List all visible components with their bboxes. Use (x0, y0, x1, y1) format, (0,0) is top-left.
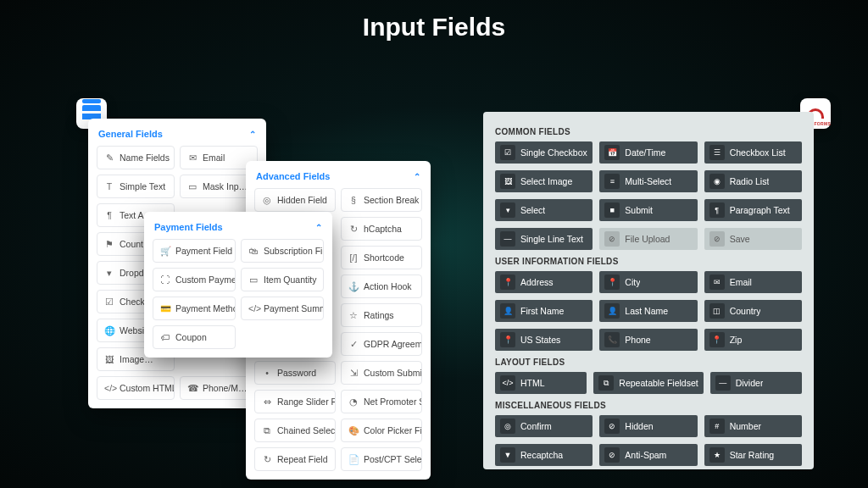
field-item[interactable]: ▭Item Quantity (241, 268, 324, 291)
field-item[interactable]: </>Payment Summa… (241, 297, 324, 320)
ninja-field-item[interactable]: ▼Recaptcha (495, 444, 593, 466)
field-label: Coupon (175, 332, 207, 342)
ninja-field-item[interactable]: ⧉Repeatable Fieldset (593, 372, 703, 394)
field-icon: ⊘ (604, 447, 620, 463)
field-icon: ⧉ (598, 375, 614, 391)
ninja-field-item[interactable]: ◉Radio List (704, 170, 802, 192)
field-item[interactable]: 🏷Coupon (153, 325, 236, 349)
field-label: City (625, 277, 640, 287)
ninja-field-item[interactable]: ☑Single Checkbox (495, 141, 593, 164)
chevron-up-icon: ⌃ (249, 130, 256, 139)
field-label: Range Slider Fie… (277, 396, 336, 407)
ninja-field-item[interactable]: ≡Multi-Select (599, 170, 697, 192)
ninja-field-item[interactable]: ⊘File Upload (599, 228, 697, 250)
ninja-field-item[interactable]: ☰Checkbox List (704, 141, 802, 164)
field-icon: ⊘ (709, 231, 725, 247)
field-item[interactable]: 💳Payment Metho… (153, 297, 236, 320)
ninja-field-item[interactable]: 🖼Select Image (495, 170, 593, 192)
ninja-field-item[interactable]: ⊘Hidden (599, 415, 697, 437)
field-label: Checkbox List (730, 147, 786, 158)
card-payment-fields: Payment Fields ⌃ 🛒Payment Field🛍Subscrip… (144, 212, 332, 358)
field-label: Last Name (625, 306, 668, 316)
field-icon: 🛒 (160, 246, 170, 257)
ninja-field-item[interactable]: ■Submit (599, 199, 697, 221)
field-item[interactable]: 📄Post/CPT Selecti… (341, 447, 422, 471)
field-item[interactable]: §Section Break (341, 188, 422, 212)
field-item[interactable]: ↻hCaptcha (341, 217, 422, 241)
field-label: Star Rating (730, 450, 775, 460)
field-item[interactable]: 🛍Subscription Field (241, 239, 324, 263)
ninja-misc-grid: ◎Confirm⊘Hidden#Number▼Recaptcha⊘Anti-Sp… (495, 415, 802, 466)
section-title-misc: MISCELLANEOUS FIELDS (495, 394, 802, 415)
ninja-field-item[interactable]: ★Star Rating (704, 444, 802, 466)
section-title-user: USER INFORMATION FIELDS (495, 250, 802, 271)
ninja-field-item[interactable]: 📍US States (495, 329, 593, 351)
field-item[interactable]: ⚓Action Hook (341, 274, 422, 298)
chevron-up-icon: ⌃ (315, 223, 322, 232)
field-item[interactable]: ↻Repeat Field (254, 447, 336, 471)
ninja-panel: COMMON FIELDS ☑Single Checkbox📅Date/Time… (483, 112, 814, 469)
field-item[interactable]: </>Custom HTML (97, 376, 175, 400)
field-item[interactable]: TSimple Text (97, 175, 175, 198)
field-item[interactable]: ◎Hidden Field (254, 188, 336, 212)
ninja-field-item[interactable]: —Single Line Text (495, 228, 593, 250)
ninja-field-item[interactable]: ¶Paragraph Text (704, 199, 802, 221)
field-icon: 👤 (500, 303, 515, 319)
field-icon: ◫ (709, 303, 725, 319)
field-icon: ✓ (348, 339, 359, 349)
field-icon: </> (248, 303, 259, 313)
ninja-common-grid: ☑Single Checkbox📅Date/Time☰Checkbox List… (495, 141, 802, 250)
ninja-field-item[interactable]: 👤Last Name (599, 300, 697, 322)
ninja-field-item[interactable]: 📍Address (495, 271, 593, 293)
field-icon: ↻ (262, 454, 272, 464)
field-item[interactable]: ⛶Custom Paymen… (153, 268, 236, 291)
card-header[interactable]: Advanced Fields ⌃ (254, 168, 422, 188)
field-label: Payment Metho… (175, 303, 236, 313)
ninja-field-item[interactable]: 📍Zip (704, 329, 802, 351)
field-icon: 📅 (604, 145, 620, 160)
field-item[interactable]: 🛒Payment Field (153, 239, 236, 263)
ninja-field-item[interactable]: ◫Country (704, 300, 802, 322)
field-item[interactable]: 🎨Color Picker Field (341, 419, 422, 442)
field-label: Custom Paymen… (175, 274, 236, 285)
field-label: Submit (625, 205, 653, 215)
field-icon: • (262, 368, 272, 378)
field-icon: ◎ (262, 195, 272, 205)
field-item[interactable]: ✎Name Fields (97, 146, 175, 169)
field-label: Multi-Select (625, 176, 671, 186)
chevron-up-icon: ⌃ (414, 172, 420, 181)
field-label: Save (730, 234, 750, 244)
ninja-field-item[interactable]: 📅Date/Time (599, 141, 697, 164)
field-label: Recaptcha (520, 450, 563, 460)
field-item[interactable]: ⧉Chained Select … (254, 419, 336, 442)
field-item[interactable]: ⇲Custom Submit … (341, 361, 422, 385)
field-icon: 📍 (500, 332, 515, 347)
ninja-field-item[interactable]: —Divider (710, 372, 802, 394)
ninja-field-item[interactable]: 👤First Name (495, 300, 593, 322)
field-item[interactable]: ✓GDPR Agreement (341, 332, 422, 356)
field-item[interactable]: ☆Ratings (341, 303, 422, 327)
card-header[interactable]: General Fields ⌃ (97, 125, 258, 146)
field-item[interactable]: •Password (254, 361, 336, 385)
ninja-field-item[interactable]: ⊘Save (704, 228, 802, 250)
field-label: Country (730, 306, 761, 316)
field-label: Address (520, 277, 554, 287)
ninja-field-item[interactable]: #Number (704, 415, 802, 437)
ninja-field-item[interactable]: ▾Select (495, 199, 593, 221)
ninja-field-item[interactable]: 📞Phone (599, 329, 697, 351)
field-label: Number (730, 421, 761, 431)
field-label: Simple Text (120, 181, 165, 191)
ninja-field-item[interactable]: </>HTML (495, 372, 587, 394)
ninja-field-item[interactable]: ◎Confirm (495, 415, 593, 437)
field-item[interactable]: ⇔Range Slider Fie… (254, 390, 336, 413)
field-icon: ☑ (500, 145, 515, 160)
field-label: Net Promoter Sc… (364, 396, 422, 407)
card-header[interactable]: Payment Fields ⌃ (153, 219, 324, 239)
ninja-field-item[interactable]: ✉Email (704, 271, 802, 293)
ninja-field-item[interactable]: 📍City (599, 271, 697, 293)
field-item[interactable]: ◔Net Promoter Sc… (341, 390, 422, 413)
field-label: Divider (736, 378, 764, 388)
field-label: Name Fields (120, 152, 170, 163)
field-item[interactable]: [/]Shortcode (341, 246, 422, 269)
ninja-field-item[interactable]: ⊘Anti-Spam (599, 444, 697, 466)
